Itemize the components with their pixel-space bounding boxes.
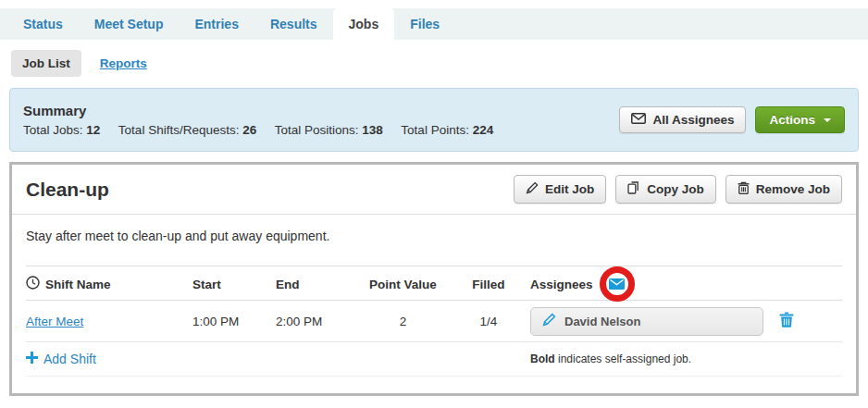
- actions-dropdown-button[interactable]: Actions: [755, 106, 845, 133]
- summary-actions: All Assignees Actions: [619, 106, 845, 133]
- clock-icon: [26, 276, 40, 292]
- plus-icon: [26, 352, 38, 366]
- summary-panel: Summary Total Jobs: 12 Total Shifts/Requ…: [9, 88, 859, 152]
- edit-job-label: Edit Job: [545, 182, 594, 196]
- job-title: Clean-up: [26, 179, 109, 201]
- job-buttons: Edit Job Copy Job Remove Job: [514, 175, 842, 204]
- header-shift-name: Shift Name: [26, 276, 192, 292]
- shift-assignees-cell: David Nelson: [530, 307, 768, 336]
- summary-title: Summary: [23, 103, 508, 118]
- remove-job-button[interactable]: Remove Job: [725, 175, 842, 204]
- copy-icon: [627, 181, 640, 197]
- subtab-reports[interactable]: Reports: [100, 50, 147, 77]
- tab-entries[interactable]: Entries: [179, 8, 254, 40]
- tab-files[interactable]: Files: [394, 8, 455, 40]
- shift-table-header: Shift Name Start End Point Value Filled …: [26, 266, 842, 301]
- shift-table-footer: Add Shift Bold indicates self-assigned j…: [26, 342, 842, 377]
- header-assignees: Assignees: [530, 266, 768, 302]
- shift-end-cell: 2:00 PM: [276, 315, 359, 328]
- summary-info: Summary Total Jobs: 12 Total Shifts/Requ…: [23, 103, 508, 137]
- caret-down-icon: [824, 118, 831, 122]
- job-card-header: Clean-up Edit Job Copy Job: [12, 165, 856, 215]
- subtab-job-list[interactable]: Job List: [11, 50, 81, 77]
- tab-results[interactable]: Results: [254, 8, 333, 40]
- annotation-red-circle: [600, 266, 635, 302]
- trash-icon: [738, 181, 750, 197]
- jobs-subnav: Job List Reports: [0, 40, 868, 88]
- shift-start-cell: 1:00 PM: [192, 315, 276, 328]
- header-start: Start: [192, 278, 276, 291]
- self-assigned-note: Bold indicates self-assigned job.: [530, 352, 768, 365]
- actions-label: Actions: [769, 113, 815, 127]
- jobs-page: Status Meet Setup Entries Results Jobs F…: [0, 8, 868, 408]
- header-point-value: Point Value: [359, 278, 447, 291]
- copy-job-label: Copy Job: [647, 182, 704, 196]
- stat-total-jobs: Total Jobs: 12: [23, 123, 100, 137]
- stat-total-points: Total Points: 224: [401, 123, 493, 137]
- shift-actions-cell: [768, 312, 842, 330]
- shift-row: After Meet 1:00 PM 2:00 PM 2 1/4 David N…: [26, 301, 842, 342]
- pencil-icon: [526, 181, 539, 197]
- job-card: Clean-up Edit Job Copy Job: [9, 162, 859, 396]
- assignee-name: David Nelson: [564, 315, 640, 328]
- edit-job-button[interactable]: Edit Job: [514, 175, 606, 204]
- email-assignees-icon[interactable]: [609, 278, 625, 290]
- delete-shift-icon[interactable]: [779, 312, 794, 328]
- header-filled: Filled: [447, 278, 530, 291]
- assignee-chip[interactable]: David Nelson: [530, 307, 763, 336]
- all-assignees-label: All Assignees: [652, 113, 734, 127]
- stat-total-positions: Total Positions: 138: [275, 123, 383, 137]
- remove-job-label: Remove Job: [756, 182, 830, 196]
- summary-stats: Total Jobs: 12 Total Shifts/Requests: 26…: [23, 123, 508, 137]
- job-description: Stay after meet to clean-up and put away…: [12, 215, 856, 266]
- shift-name-cell: After Meet: [26, 315, 192, 328]
- tab-meet-setup[interactable]: Meet Setup: [79, 8, 180, 40]
- stat-total-shifts: Total Shifts/Requests: 26: [118, 123, 256, 137]
- shift-name-link[interactable]: After Meet: [26, 315, 83, 328]
- add-shift-label: Add Shift: [43, 352, 96, 366]
- copy-job-button[interactable]: Copy Job: [615, 175, 716, 204]
- tab-jobs[interactable]: Jobs: [333, 8, 395, 45]
- all-assignees-button[interactable]: All Assignees: [619, 106, 746, 133]
- tab-status[interactable]: Status: [7, 8, 79, 40]
- shift-filled-cell: 1/4: [447, 315, 530, 328]
- add-shift-link[interactable]: Add Shift: [26, 352, 359, 366]
- edit-assignee-pencil-icon: [542, 313, 556, 329]
- main-tab-bar: Status Meet Setup Entries Results Jobs F…: [0, 8, 868, 40]
- envelope-icon: [631, 113, 646, 127]
- header-end: End: [276, 278, 359, 291]
- shift-point-value-cell: 2: [359, 315, 447, 328]
